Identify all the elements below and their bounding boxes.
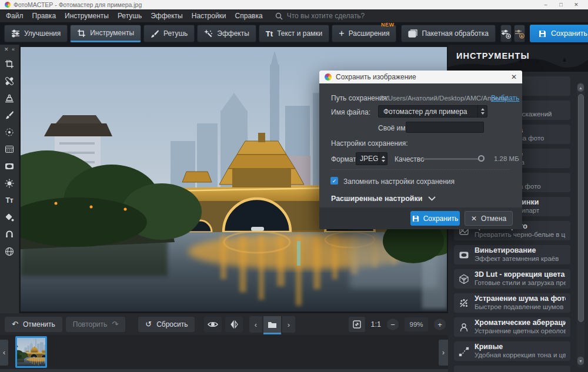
remember-settings-checkbox[interactable]: ✓ xyxy=(330,177,338,185)
menu-effects[interactable]: Эффекты xyxy=(151,12,183,20)
fit-screen-button[interactable] xyxy=(349,317,365,332)
brush-icon[interactable] xyxy=(5,110,14,120)
text-tool-icon[interactable]: Tт xyxy=(5,196,14,205)
choose-path-link[interactable]: Выбрать xyxy=(491,94,519,102)
undo-label: Отменить xyxy=(23,320,55,329)
filename-select[interactable]: Фотомастер для примера xyxy=(378,105,487,118)
preview-original-button[interactable] xyxy=(204,317,222,332)
zoom-in-icon: + xyxy=(437,321,442,329)
photo-thumbnail-selected[interactable] xyxy=(15,336,47,368)
zoom-out-button[interactable]: − xyxy=(387,319,399,330)
dialog-save-button[interactable]: Сохранить xyxy=(410,211,460,226)
magnet-icon[interactable] xyxy=(5,230,14,239)
cancel-x-icon: ✕ xyxy=(471,215,477,223)
tool-subtitle: Готовые стили и загрузка пресетов xyxy=(475,279,566,287)
tab-label: Инструменты xyxy=(90,29,134,37)
menu-edit[interactable]: Правка xyxy=(32,12,56,20)
menu-retouch[interactable]: Ретушь xyxy=(118,12,142,20)
filmstrip-next-button[interactable]: › xyxy=(439,340,448,366)
compare-button[interactable] xyxy=(225,317,243,332)
dialog-cancel-button[interactable]: ✕ Отмена xyxy=(465,211,513,226)
tool-item-3dlut[interactable]: 3D Lut - коррекция цветаГотовые стили и … xyxy=(454,269,570,289)
dialog-close-icon[interactable]: ✕ xyxy=(511,73,517,81)
dialog-title: Сохранить изображение xyxy=(336,73,416,81)
clone-stamp-icon[interactable] xyxy=(5,93,14,103)
add-preset-icon[interactable] xyxy=(500,25,512,42)
dialog-titlebar: Сохранить изображение ✕ xyxy=(319,71,522,83)
format-select[interactable]: JPEG xyxy=(356,152,387,165)
minimize-icon[interactable]: – xyxy=(542,2,549,8)
crop-icon xyxy=(77,29,86,38)
undo-icon: ↶ xyxy=(12,320,18,329)
open-folder-button[interactable] xyxy=(263,316,281,333)
tab-batch-processing[interactable]: Пакетная обработка xyxy=(401,25,495,42)
maximize-icon[interactable]: □ xyxy=(557,2,564,8)
prev-photo-button[interactable]: ‹ xyxy=(249,316,262,333)
tab-retouch[interactable]: Ретушь xyxy=(143,25,195,42)
radial-filter-icon[interactable] xyxy=(5,128,14,137)
save-button[interactable]: Сохранить xyxy=(530,25,588,42)
save-icon xyxy=(412,215,419,222)
tool-item-partial[interactable] xyxy=(454,366,570,372)
fill-icon[interactable] xyxy=(5,213,14,222)
close-panel-icon[interactable]: ✕ xyxy=(4,46,9,52)
reset-button[interactable]: ↺ Сбросить xyxy=(138,317,195,332)
tool-item-aberration[interactable]: Хроматические аберрацииУстранение цветны… xyxy=(454,317,570,337)
brush-icon xyxy=(151,29,159,38)
fit-screen-icon xyxy=(353,320,361,329)
sidebar-title: ИНСТРУМЕНТЫ xyxy=(456,51,530,61)
collapse-panel-icon[interactable]: « xyxy=(12,46,15,52)
scrollbar-thumb[interactable] xyxy=(578,94,584,322)
quality-label: Качество xyxy=(395,155,425,163)
tool-subtitle: Превратить черно-белые в цветные xyxy=(475,231,566,239)
spinner-icon[interactable] xyxy=(477,106,487,117)
top-toolbar: Улучшения Инструменты Ретушь Эффекты Tt … xyxy=(0,22,588,45)
next-photo-button[interactable]: › xyxy=(282,316,295,333)
reset-label: Сбросить xyxy=(156,320,188,329)
tool-item-curves[interactable]: КривыеУдобная коррекция тона и цвета xyxy=(454,341,570,361)
scroll-up-icon[interactable]: ▲ xyxy=(577,83,584,92)
zoom-actual-size-button[interactable]: 1:1 xyxy=(371,320,381,329)
undo-button[interactable]: ↶ Отменить xyxy=(5,317,62,332)
sidebar-scrollbar[interactable]: ▲ ▼ xyxy=(577,82,584,368)
search-input[interactable] xyxy=(287,12,387,20)
vignette-icon[interactable] xyxy=(5,162,14,171)
redo-button[interactable]: Повторить ↷ xyxy=(66,317,125,332)
tool-item-vignette[interactable]: ВиньетированиеЭффект затемнения краёв xyxy=(454,245,570,264)
tab-tools[interactable]: Инструменты xyxy=(70,25,141,42)
zoom-in-button[interactable]: + xyxy=(434,319,446,330)
custom-name-input[interactable] xyxy=(406,122,484,133)
tab-label: Эффекты xyxy=(217,29,249,38)
eye-icon xyxy=(208,321,218,328)
import-preset-icon[interactable] xyxy=(514,25,525,42)
tool-title: Устранение шума на фото xyxy=(475,294,566,303)
close-icon[interactable]: ✕ xyxy=(573,2,580,8)
tab-text-frames[interactable]: Tt Текст и рамки xyxy=(259,25,329,42)
wand-icon xyxy=(204,29,213,38)
quality-slider-handle[interactable] xyxy=(478,155,485,162)
scroll-down-icon[interactable]: ▼ xyxy=(577,357,584,365)
cube-icon xyxy=(459,274,469,284)
filmstrip-prev-button[interactable]: ‹ xyxy=(0,340,8,366)
tab-enhancements[interactable]: Улучшения xyxy=(4,25,68,42)
crop-rotate-icon[interactable] xyxy=(5,59,14,69)
light-icon[interactable] xyxy=(5,179,14,188)
advanced-settings-toggle[interactable]: Расширенные настройки xyxy=(331,195,436,203)
spinner-icon[interactable] xyxy=(379,153,387,165)
save-settings-label: Настройки сохранения: xyxy=(331,139,408,148)
face-mesh-icon[interactable] xyxy=(5,247,14,256)
menu-help[interactable]: Справка xyxy=(235,12,263,20)
tool-item-denoise[interactable]: Устранение шума на фотоБыстрое подавлени… xyxy=(454,293,570,313)
tab-extensions[interactable]: + Расширения NEW xyxy=(332,25,396,42)
tool-title: Хроматические аберрации xyxy=(475,319,566,327)
healing-patch-icon[interactable] xyxy=(5,76,14,86)
zoom-controls: 1:1 − 99% + xyxy=(349,316,446,333)
filmstrip: ‹ › xyxy=(0,335,448,372)
menu-settings[interactable]: Настройки xyxy=(192,12,226,20)
tab-effects[interactable]: Эффекты xyxy=(197,25,256,42)
menu-tools[interactable]: Инструменты xyxy=(65,12,109,20)
window-title: ФотоМАСТЕР - Фотомастер для примера.jpg xyxy=(14,1,142,8)
quality-slider[interactable] xyxy=(422,158,483,160)
gradient-filter-icon[interactable] xyxy=(5,145,14,154)
menu-file[interactable]: Файл xyxy=(6,12,24,20)
